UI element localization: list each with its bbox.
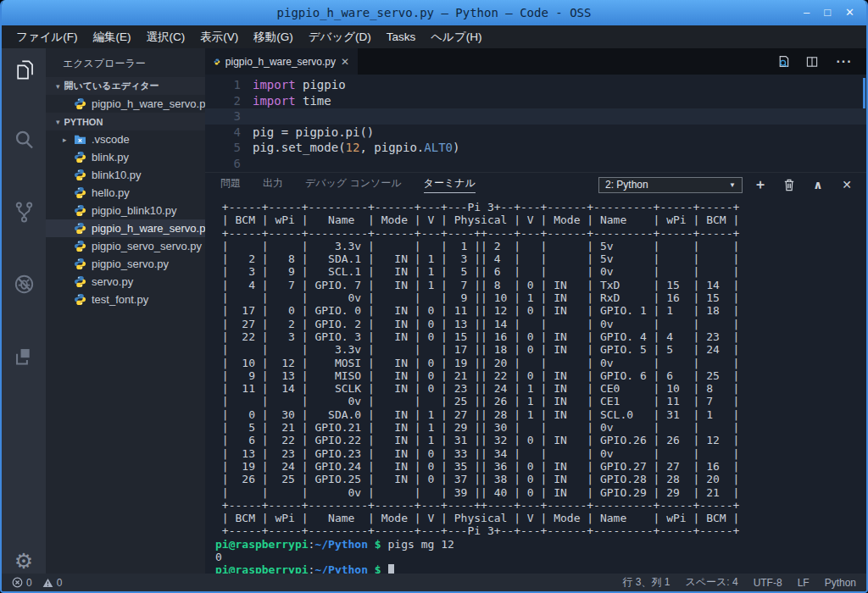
code-token: pig = pigpio.pi() (253, 125, 374, 139)
menu-item-c[interactable]: 選択(C) (139, 25, 193, 48)
chevron-down-icon: ▾ (56, 82, 60, 91)
menu-item-h[interactable]: ヘルプ(H) (423, 25, 489, 48)
title-bar[interactable]: pigpio_h_ware_servo.py — Python — Code -… (2, 0, 866, 25)
code-line[interactable]: 6 (205, 156, 866, 172)
terminal-output-line: | 27 | 2 | GPIO. 2 | IN | 0 | 13 || 14 |… (215, 318, 866, 330)
file-item[interactable]: ▸.vscode (46, 130, 205, 148)
file-item[interactable]: servo.py (46, 273, 205, 291)
terminal-output-line: +-----+-----+---------+------+---+----++… (215, 227, 866, 240)
panel-tab-問題[interactable]: 問題 (220, 176, 241, 193)
terminal-output-line: | 4 | 7 | GPIO. 7 | IN | 1 | 7 || 8 | 0 … (215, 279, 866, 291)
source-control-icon[interactable] (2, 194, 46, 230)
panel-tab-ターミナル[interactable]: ターミナル (424, 176, 476, 193)
code-text: pig.set_mode(12, pigpio.ALT0) (253, 140, 459, 156)
code-line[interactable]: 3 (205, 108, 866, 125)
tab-close-icon[interactable]: ✕ (341, 56, 349, 68)
more-actions-icon[interactable]: ··· (834, 54, 854, 69)
python-icon (74, 258, 86, 270)
menu-item-f[interactable]: ファイル(F) (8, 25, 86, 48)
terminal-output-line: | | | 3.3v | | | 1 || 2 | | | 5v | | | (215, 240, 866, 252)
python-icon (74, 204, 86, 217)
file-item[interactable]: pigpio_h_ware_servo.py (46, 95, 205, 113)
terminal-output-line: | 13 | 23 | GPIO.23 | IN | 0 | 33 || 34 … (215, 447, 866, 460)
terminal-token: pigs mg 12 (388, 538, 454, 551)
explorer-icon[interactable] (2, 52, 46, 87)
code-line[interactable]: 5pig.set_mode(12, pigpio.ALT0) (205, 140, 866, 156)
explorer-title: エクスプローラー (46, 48, 205, 77)
settings-gear-icon[interactable]: ⚙ (2, 543, 46, 579)
terminal[interactable]: +-----+-----+---------+------+---+---Pi … (205, 197, 866, 574)
terminal-output-line: | | | 3.3v | | | 17 || 18 | 0 | IN | GPI… (215, 343, 866, 356)
file-name: pigpio_servo_servo.py (92, 240, 202, 252)
split-editor-icon[interactable] (805, 55, 826, 69)
status-item[interactable]: Python (825, 575, 856, 590)
file-name: pigpio_blink10.py (92, 204, 176, 217)
status-item[interactable]: スペース: 4 (685, 575, 737, 590)
file-name: pigpio_servo.py (92, 258, 169, 270)
file-name: test_font.py (92, 293, 148, 306)
file-item[interactable]: pigpio_servo.py (46, 255, 205, 273)
terminal-output-line: +-----+-----+---------+------+---+---Pi … (215, 201, 866, 213)
code-text: pig = pigpio.pi() (253, 125, 374, 141)
code-editor[interactable]: 1import pigpio2import time34pig = pigpio… (205, 75, 866, 172)
terminal-output-line: | 22 | 3 | GPIO. 3 | IN | 0 | 15 || 16 |… (215, 330, 866, 343)
project-label: PYTHON (64, 117, 103, 127)
terminal-output-line: | 0 | 30 | SDA.0 | IN | 1 | 27 || 28 | 1… (215, 408, 866, 421)
minimize-icon[interactable]: – (804, 0, 810, 25)
editor-tab-bar: pigpio_h_ware_servo.py ✕ (205, 48, 866, 75)
menu-item-g[interactable]: 移動(G) (246, 25, 301, 48)
python-icon (74, 151, 86, 163)
terminal-select[interactable]: 2: Python ▼ (598, 177, 743, 193)
terminal-output-line: | 5 | 21 | GPIO.21 | IN | 1 | 29 || 30 |… (215, 421, 866, 434)
file-item[interactable]: hello.py (46, 184, 205, 202)
file-item[interactable]: blink10.py (46, 166, 205, 184)
extensions-icon[interactable] (2, 338, 46, 374)
file-item[interactable]: test_font.py (46, 291, 205, 308)
status-item[interactable]: 行 3、列 1 (622, 575, 670, 590)
terminal-token: $ (368, 563, 387, 574)
new-terminal-icon[interactable]: ＋ (749, 176, 771, 194)
menu-item-v[interactable]: 表示(V) (192, 25, 246, 48)
editor-tab[interactable]: pigpio_h_ware_servo.py ✕ (205, 48, 358, 75)
terminal-prompt-line: pi@raspberrypi:~/Python $ (215, 563, 866, 574)
panel-tab-出力[interactable]: 出力 (263, 176, 283, 193)
terminal-output-line: | 3 | 9 | SCL.1 | IN | 1 | 5 || 6 | | | … (215, 265, 866, 278)
project-section[interactable]: ▾ PYTHON (46, 113, 205, 130)
code-line[interactable]: 1import pigpio (205, 77, 866, 93)
code-line[interactable]: 2import time (205, 93, 866, 109)
code-token: pig.set_mode( (253, 141, 346, 154)
code-token: import (253, 78, 296, 91)
editor-scrollbar[interactable] (863, 78, 865, 108)
terminal-token: ~/Python (314, 538, 368, 551)
kill-terminal-icon[interactable] (778, 179, 800, 191)
debug-icon[interactable] (2, 266, 46, 302)
terminal-output-line: +-----+-----+---------+------+---+----++… (215, 499, 866, 512)
file-item[interactable]: pigpio_servo_servo.py (46, 237, 205, 255)
open-editors-section[interactable]: ▾ 開いているエディター (46, 77, 205, 95)
maximize-panel-icon[interactable]: ∧ (807, 178, 829, 191)
file-item[interactable]: blink.py (46, 148, 205, 166)
line-number: 6 (205, 156, 253, 172)
status-item[interactable]: UTF-8 (754, 575, 782, 590)
code-line[interactable]: 4pig = pigpio.pi() (205, 125, 866, 141)
file-item[interactable]: pigpio_blink10.py (46, 202, 205, 219)
panel-tab-デバッグ コンソール[interactable]: デバッグ コンソール (305, 176, 402, 193)
menu-item-e[interactable]: 編集(E) (86, 25, 139, 48)
open-preview-icon[interactable] (776, 54, 797, 69)
maximize-icon[interactable]: □ (824, 0, 831, 25)
search-icon[interactable] (2, 122, 46, 158)
warning-icon (42, 578, 53, 588)
status-bar: 0 0 行 3、列 1スペース: 4UTF-8LFPython (2, 574, 866, 591)
terminal-output-line: | | | 0v | | | 9 || 10 | 1 | IN | RxD | … (215, 291, 866, 304)
file-item[interactable]: pigpio_h_ware_servo.py (46, 219, 205, 237)
python-icon (74, 275, 86, 288)
close-panel-icon[interactable]: ✕ (836, 178, 858, 191)
menu-item-tasks[interactable]: Tasks (379, 25, 424, 48)
panel-tab-bar: 問題出力デバッグ コンソールターミナル 2: Python ▼ ＋ ∧ ✕ (205, 172, 866, 197)
terminal-output-line: | | | 0v | | | 39 || 40 | 0 | IN | GPIO.… (215, 486, 866, 499)
close-icon[interactable]: ✕ (845, 0, 854, 25)
menu-item-d[interactable]: デバッグ(D) (301, 25, 379, 48)
status-item[interactable]: LF (798, 575, 810, 590)
chevron-right-icon: ▸ (63, 136, 67, 144)
terminal-output-line: | 9 | 13 | MISO | IN | 0 | 21 || 22 | 0 … (215, 369, 866, 382)
